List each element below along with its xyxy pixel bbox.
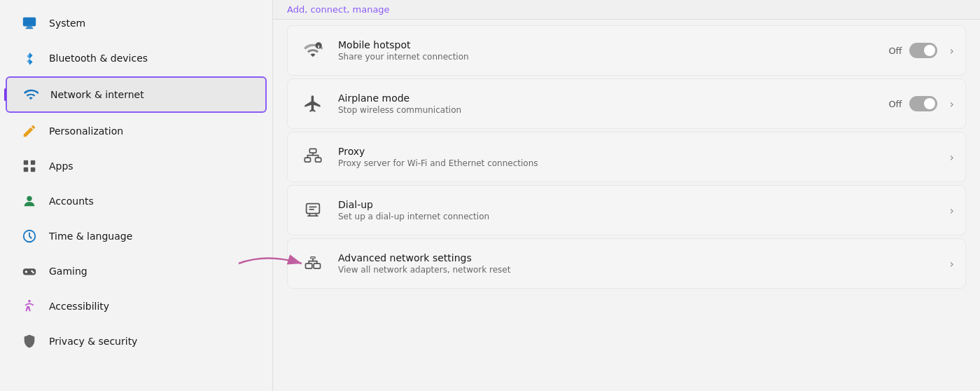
svg-point-13 xyxy=(32,271,34,273)
dialup-text: Dial-up Set up a dial-up internet connec… xyxy=(338,199,944,221)
airplane-mode-chevron[interactable]: › xyxy=(950,97,954,111)
mobile-hotspot-title: Mobile hotspot xyxy=(338,39,888,50)
sidebar-item-time[interactable]: Time & language xyxy=(6,219,267,253)
svg-rect-2 xyxy=(26,27,34,29)
sidebar-item-personalization-label: Personalization xyxy=(49,125,123,137)
accounts-icon xyxy=(20,191,39,211)
time-icon xyxy=(20,226,39,246)
breadcrumb-text: Add, connect, manage xyxy=(287,4,390,15)
svg-rect-0 xyxy=(23,18,36,27)
settings-list: ⬆ Mobile hotspot Share your internet con… xyxy=(273,20,980,297)
mobile-hotspot-controls: Off › xyxy=(888,43,954,58)
airplane-mode-text: Airplane mode Stop wireless communicatio… xyxy=(338,92,888,115)
mobile-hotspot-toggle[interactable] xyxy=(909,43,937,58)
sidebar-item-privacy[interactable]: Privacy & security xyxy=(6,324,267,358)
svg-rect-18 xyxy=(304,158,310,162)
setting-mobile-hotspot[interactable]: ⬆ Mobile hotspot Share your internet con… xyxy=(287,25,966,76)
svg-point-7 xyxy=(27,196,31,201)
sidebar-item-system[interactable]: System xyxy=(6,6,267,40)
privacy-icon xyxy=(20,331,39,351)
svg-rect-19 xyxy=(316,158,321,162)
personalization-icon xyxy=(20,121,39,141)
svg-rect-4 xyxy=(31,160,35,165)
network-icon xyxy=(21,85,41,104)
setting-airplane-mode[interactable]: Airplane mode Stop wireless communicatio… xyxy=(287,78,966,129)
setting-proxy[interactable]: Proxy Proxy server for Wi-Fi and Etherne… xyxy=(287,132,966,182)
svg-rect-22 xyxy=(306,263,312,268)
proxy-text: Proxy Proxy server for Wi-Fi and Etherne… xyxy=(338,146,944,168)
sidebar-item-personalization[interactable]: Personalization xyxy=(6,114,267,148)
sidebar-item-accessibility[interactable]: Accessibility xyxy=(6,289,267,323)
airplane-mode-toggle-label: Off xyxy=(888,99,902,109)
advanced-network-icon xyxy=(299,249,327,277)
sidebar: System Bluetooth & devices Network & int… xyxy=(0,0,273,391)
sidebar-item-gaming-label: Gaming xyxy=(49,266,88,277)
airplane-mode-subtitle: Stop wireless communication xyxy=(338,105,888,115)
sidebar-item-gaming[interactable]: Gaming xyxy=(6,254,267,288)
advanced-network-subtitle: View all network adapters, network reset xyxy=(338,265,944,275)
proxy-controls: › xyxy=(944,151,954,164)
sidebar-item-network[interactable]: Network & internet xyxy=(6,76,267,113)
svg-rect-6 xyxy=(31,167,35,172)
gaming-icon xyxy=(20,261,39,281)
top-bar: Add, connect, manage xyxy=(273,0,980,20)
svg-rect-20 xyxy=(307,204,320,214)
mobile-hotspot-subtitle: Share your internet connection xyxy=(338,52,888,62)
sidebar-item-accessibility-label: Accessibility xyxy=(49,301,109,312)
main-content: Add, connect, manage ⬆ Mobile hotspot Sh… xyxy=(273,0,980,391)
sidebar-item-privacy-label: Privacy & security xyxy=(49,336,137,347)
advanced-network-chevron[interactable]: › xyxy=(950,257,954,270)
accessibility-icon xyxy=(20,296,39,316)
airplane-mode-icon xyxy=(299,90,327,118)
sidebar-item-apps-label: Apps xyxy=(49,160,74,172)
sidebar-item-accounts-label: Accounts xyxy=(49,196,94,207)
advanced-network-text: Advanced network settings View all netwo… xyxy=(338,252,944,275)
svg-text:⬆: ⬆ xyxy=(317,45,321,49)
svg-rect-3 xyxy=(24,160,28,165)
proxy-title: Proxy xyxy=(338,146,944,157)
sidebar-item-bluetooth[interactable]: Bluetooth & devices xyxy=(6,41,267,75)
sidebar-item-bluetooth-label: Bluetooth & devices xyxy=(49,53,148,64)
svg-rect-23 xyxy=(314,263,320,268)
sidebar-item-system-label: System xyxy=(49,18,85,29)
svg-rect-11 xyxy=(25,271,28,273)
sidebar-item-network-label: Network & internet xyxy=(50,89,144,100)
svg-point-14 xyxy=(28,300,31,303)
mobile-hotspot-chevron[interactable]: › xyxy=(950,44,954,57)
airplane-mode-controls: Off › xyxy=(888,96,954,111)
proxy-icon xyxy=(299,143,327,171)
svg-rect-17 xyxy=(309,149,316,153)
bluetooth-icon xyxy=(20,48,39,68)
svg-rect-24 xyxy=(311,257,316,259)
airplane-mode-title: Airplane mode xyxy=(338,92,888,104)
mobile-hotspot-text: Mobile hotspot Share your internet conne… xyxy=(338,39,888,62)
dialup-icon xyxy=(299,196,327,224)
sidebar-item-accounts[interactable]: Accounts xyxy=(6,184,267,218)
apps-icon xyxy=(20,156,39,176)
dialup-chevron[interactable]: › xyxy=(950,204,954,217)
setting-dialup[interactable]: Dial-up Set up a dial-up internet connec… xyxy=(287,185,966,235)
proxy-subtitle: Proxy server for Wi-Fi and Ethernet conn… xyxy=(338,158,944,168)
setting-advanced-network[interactable]: Advanced network settings View all netwo… xyxy=(287,238,966,289)
proxy-chevron[interactable]: › xyxy=(950,151,954,164)
svg-rect-1 xyxy=(27,27,31,28)
system-icon xyxy=(20,13,39,33)
mobile-hotspot-toggle-label: Off xyxy=(888,46,902,56)
dialup-controls: › xyxy=(944,204,954,217)
mobile-hotspot-icon: ⬆ xyxy=(299,36,327,64)
dialup-title: Dial-up xyxy=(338,199,944,210)
airplane-mode-toggle[interactable] xyxy=(909,96,937,111)
svg-rect-5 xyxy=(24,167,28,172)
sidebar-item-time-label: Time & language xyxy=(49,231,132,242)
advanced-network-title: Advanced network settings xyxy=(338,252,944,263)
advanced-network-controls: › xyxy=(944,257,954,270)
dialup-subtitle: Set up a dial-up internet connection xyxy=(338,212,944,221)
sidebar-item-apps[interactable]: Apps xyxy=(6,149,267,183)
